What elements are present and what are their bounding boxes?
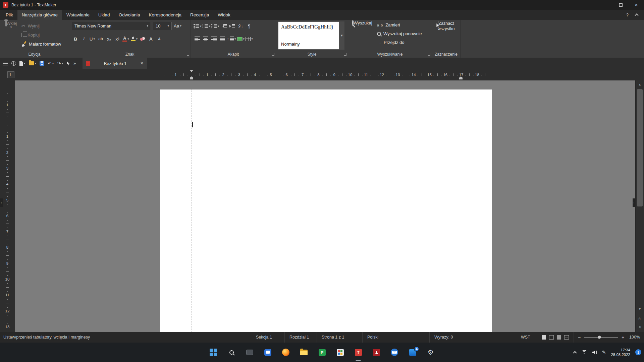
planmaker-button[interactable]: P bbox=[315, 346, 329, 359]
underline-button[interactable]: U▾ bbox=[89, 35, 96, 43]
borders-button[interactable]: ▾ bbox=[246, 35, 253, 43]
fullscreen-view-icon[interactable] bbox=[557, 335, 561, 340]
status-word-count[interactable]: Wyrazy: 0 bbox=[429, 332, 516, 343]
font-color-button[interactable]: A ▾ bbox=[122, 35, 129, 43]
bold-button[interactable]: B bbox=[72, 35, 79, 43]
copy-button[interactable]: Kopiuj bbox=[21, 31, 61, 39]
next-page-button[interactable]: « bbox=[636, 323, 644, 331]
grow-font-button[interactable]: A bbox=[147, 35, 155, 43]
acrobat-button[interactable] bbox=[370, 346, 383, 359]
show-formatting-button[interactable]: ¶ bbox=[246, 22, 253, 30]
align-right-button[interactable] bbox=[210, 35, 218, 43]
pen-icon[interactable]: ✎ bbox=[602, 350, 606, 355]
undo-button[interactable]: ↶▾ bbox=[46, 59, 55, 68]
goto-button[interactable]: → Przejdź do bbox=[377, 39, 422, 46]
dialog-launcher-icon[interactable] bbox=[428, 53, 430, 56]
first-line-indent-marker[interactable] bbox=[190, 70, 193, 74]
replace-button[interactable]: a b Zamień bbox=[377, 21, 422, 28]
tab-uklad[interactable]: Układ bbox=[94, 10, 114, 20]
decrease-indent-button[interactable] bbox=[220, 22, 228, 30]
scroll-up-button[interactable]: ▲ bbox=[636, 80, 644, 88]
reader-view-icon[interactable] bbox=[564, 335, 569, 340]
change-case-button[interactable]: Aa ▾ bbox=[174, 22, 181, 30]
search-again-button[interactable]: Wyszukaj ponownie bbox=[377, 30, 422, 37]
left-pane-splitter[interactable]: ‹ bbox=[0, 198, 3, 207]
start-button[interactable] bbox=[207, 346, 220, 359]
toolbar-overflow-button[interactable]: » bbox=[72, 59, 78, 68]
zoom-slider-thumb[interactable] bbox=[598, 336, 601, 339]
web-preview-button[interactable] bbox=[10, 59, 18, 68]
zoom-slider[interactable] bbox=[584, 337, 618, 338]
search-button[interactable]: Wyszukaj bbox=[350, 20, 375, 50]
normal-view-icon[interactable] bbox=[542, 335, 546, 340]
collapse-ribbon-icon[interactable] bbox=[635, 13, 638, 17]
highlight-button[interactable]: ▾ bbox=[130, 35, 138, 43]
task-view-button[interactable] bbox=[243, 346, 256, 359]
document-page[interactable] bbox=[160, 89, 492, 332]
italic-button[interactable]: I bbox=[80, 35, 88, 43]
textmaker-taskbar-button[interactable]: T bbox=[352, 346, 365, 359]
status-chapter[interactable]: Rozdział 1 bbox=[284, 332, 317, 343]
multilevel-list-button[interactable]: ▾ bbox=[211, 22, 219, 30]
tray-overflow-icon[interactable] bbox=[573, 351, 577, 355]
tab-close-icon[interactable]: ✕ bbox=[140, 61, 144, 66]
settings-button[interactable]: ⚙ bbox=[424, 346, 437, 359]
align-left-button[interactable] bbox=[194, 35, 201, 43]
line-spacing-button[interactable]: ▾ bbox=[227, 35, 236, 43]
scrollbar-thumb[interactable] bbox=[637, 89, 643, 206]
taskbar-clock[interactable]: 17:34 28.03.2022 bbox=[611, 348, 630, 357]
tab-widok[interactable]: Widok bbox=[213, 10, 235, 20]
object-mode-button[interactable] bbox=[65, 59, 72, 68]
outline-view-icon[interactable] bbox=[549, 335, 554, 340]
zoom-in-button[interactable]: + bbox=[622, 335, 624, 340]
align-center-button[interactable] bbox=[202, 35, 209, 43]
document-tab[interactable]: Bez tytułu 1 ✕ bbox=[83, 58, 147, 69]
help-icon[interactable]: ? bbox=[626, 12, 629, 17]
apps-grid-button[interactable] bbox=[333, 346, 347, 359]
zoom-out-button[interactable]: − bbox=[578, 335, 581, 340]
scroll-down-button[interactable]: ▼ bbox=[636, 305, 644, 313]
toolbar-menu-button[interactable] bbox=[1, 59, 10, 68]
dialog-launcher-icon[interactable] bbox=[344, 53, 346, 56]
volume-icon[interactable] bbox=[592, 350, 597, 354]
status-page[interactable]: Strona 1 z 1 bbox=[317, 332, 362, 343]
justify-button[interactable] bbox=[219, 35, 226, 43]
close-button[interactable]: ✕ bbox=[629, 0, 644, 10]
tab-korespondencja[interactable]: Korespondencja bbox=[144, 10, 186, 20]
right-pane-splitter[interactable]: › bbox=[633, 198, 635, 207]
status-section[interactable]: Sekcja 1 bbox=[251, 332, 284, 343]
tab-wstawianie[interactable]: Wstawianie bbox=[62, 10, 94, 20]
shrink-font-button[interactable]: A bbox=[156, 35, 163, 43]
increase-indent-button[interactable] bbox=[229, 22, 236, 30]
numbered-list-button[interactable]: ▾ bbox=[203, 22, 211, 30]
new-document-button[interactable]: ▾ bbox=[18, 59, 27, 68]
sort-button[interactable]: AZ ↓ bbox=[237, 22, 245, 30]
tab-odwolania[interactable]: Odwołania bbox=[114, 10, 145, 20]
tab-type-selector[interactable]: L bbox=[7, 71, 14, 78]
font-name-select[interactable]: Times New Roman ▾ bbox=[72, 22, 151, 30]
strikethrough-button[interactable]: ab bbox=[97, 35, 104, 43]
horizontal-ruler[interactable]: 1123456789101112131415161718 bbox=[20, 69, 644, 80]
clear-formatting-button[interactable] bbox=[139, 35, 146, 43]
messages-button[interactable]: 4 bbox=[406, 346, 419, 359]
shading-button[interactable]: ▾ bbox=[237, 35, 245, 43]
zoom-level[interactable]: 100% bbox=[628, 335, 640, 340]
status-insert-mode[interactable]: WST bbox=[516, 332, 537, 343]
save-button[interactable] bbox=[38, 59, 46, 68]
bullet-list-button[interactable]: ▾ bbox=[194, 22, 202, 30]
dialog-launcher-icon[interactable] bbox=[187, 53, 189, 56]
dialog-launcher-icon[interactable] bbox=[272, 53, 274, 56]
style-preview-box[interactable]: AaBbCcDdEeFfGgHhIiJj Normalny bbox=[278, 21, 339, 50]
mail-button[interactable] bbox=[388, 346, 401, 359]
tab-recenzja[interactable]: Recenzja bbox=[186, 10, 213, 20]
notification-count-badge[interactable]: 1 bbox=[635, 349, 641, 355]
format-painter-button[interactable]: Malarz formatów bbox=[21, 40, 61, 48]
chat-button[interactable] bbox=[261, 346, 274, 359]
cut-button[interactable]: ✂ Wytnij bbox=[21, 22, 61, 29]
redo-button[interactable]: ↷▾ bbox=[55, 59, 65, 68]
subscript-button[interactable]: x₂ bbox=[105, 35, 113, 43]
superscript-button[interactable]: x² bbox=[114, 35, 121, 43]
select-all-button[interactable]: Zaznacz wszystko bbox=[433, 21, 459, 50]
maximize-button[interactable] bbox=[613, 0, 629, 10]
tab-plik[interactable]: Plik bbox=[1, 10, 17, 20]
